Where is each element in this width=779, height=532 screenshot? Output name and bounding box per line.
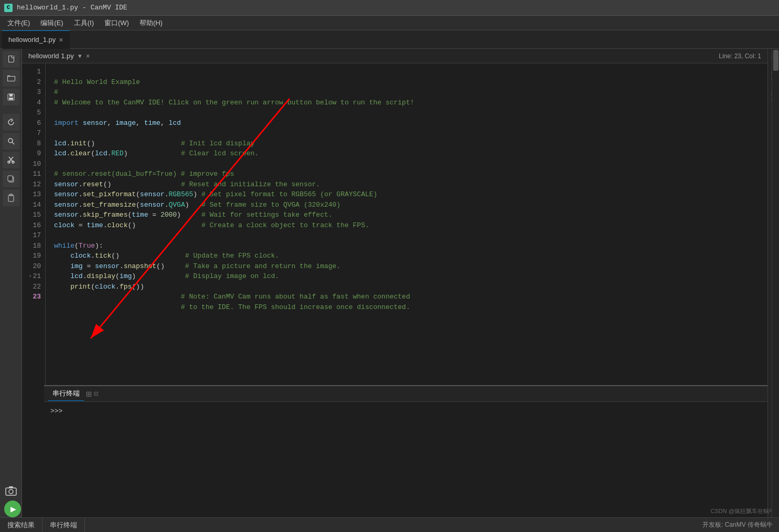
terminal-content[interactable]: >>> [44,402,767,532]
svg-rect-8 [7,81,15,81]
svg-rect-26 [6,488,16,495]
menu-help[interactable]: 帮助(H) [134,17,168,29]
editor-container: helloworld 1.py ▾ × Line: 23, Col: 1 1 2… [22,49,767,532]
left-toolbar [0,49,22,532]
toolbar-new-file[interactable] [3,51,19,68]
close-editor-btn[interactable]: × [86,52,90,60]
watermark: CSDN @疯狂飘车在蜗牛 [711,507,775,515]
window-title: helloworld_1.py - CanMV IDE [17,4,127,12]
toolbar-save-file[interactable] [3,89,19,105]
svg-rect-5 [12,58,14,58]
toolbar-copy[interactable] [3,171,19,187]
menu-bar: 文件(E) 编辑(E) 工具(I) 窗口(W) 帮助(H) [0,16,779,30]
svg-line-15 [12,142,14,144]
svg-rect-7 [7,76,8,81]
menu-edit[interactable]: 编辑(E) [35,17,68,29]
menu-tools[interactable]: 工具(I) [69,17,99,29]
svg-rect-4 [12,56,12,58]
line-col-status: Line: 23, Col: 1 [719,52,761,60]
vertical-scrollbar[interactable] [772,49,779,517]
terminal-icon1[interactable]: ⊞ [86,388,92,400]
terminal-prompt: >>> [50,407,62,415]
code-editor[interactable]: 1 2 3 4 5 6 7 8 9 10 11 12 13 14 15 16 1… [22,63,767,385]
scrollbar-thumb[interactable] [773,50,778,71]
bottom-panel: 串行终端 ⊞ ⊡ ∧ >>> [44,385,767,532]
toolbar-open-file[interactable] [3,70,19,87]
svg-rect-22 [8,195,14,201]
bottom-panel-tabs: 串行终端 ⊞ ⊡ ∧ [44,386,767,402]
app-icon: C [4,4,13,12]
menu-file[interactable]: 文件(E) [2,17,35,29]
svg-rect-6 [7,76,15,77]
code-content[interactable]: # Hello World Example # # Welcome to the… [46,63,767,385]
run-button[interactable] [4,501,21,517]
svg-rect-13 [9,98,13,100]
svg-rect-28 [9,486,13,488]
svg-point-27 [9,490,13,494]
toolbar-paste[interactable] [3,189,19,206]
toolbar-cut[interactable] [3,152,19,168]
main-layout: helloworld 1.py ▾ × Line: 23, Col: 1 1 2… [0,49,779,532]
svg-rect-9 [15,76,15,81]
footer-tab-search[interactable]: 搜索结果 [0,518,42,532]
editor-tab-helloworld[interactable]: helloworld_1.py × [2,30,70,49]
tab-close-button[interactable]: × [59,36,63,44]
tab-filename: helloworld_1.py [8,36,56,44]
menu-window[interactable]: 窗口(W) [99,17,134,29]
svg-rect-3 [14,56,14,62]
tab-bar: helloworld_1.py × [0,30,779,49]
line-numbers: 1 2 3 4 5 6 7 8 9 10 11 12 13 14 15 16 1… [22,63,46,385]
editor-filename: helloworld 1.py ▾ × [28,52,90,60]
footer-bar: 搜索结果 串行终端 开发板: CanMV 传奇蜗牛 [0,517,779,532]
svg-rect-1 [8,56,9,62]
toolbar-zoom[interactable] [3,133,19,150]
title-bar: C helloworld_1.py - CanMV IDE [0,0,779,16]
svg-rect-10 [7,76,10,76]
terminal-tab[interactable]: 串行终端 [48,387,84,401]
footer-right-text: 开发板: CanMV 传奇蜗牛 [702,520,779,529]
toolbar-rotate[interactable] [3,114,19,131]
footer-tab-terminal[interactable]: 串行终端 [42,518,85,532]
svg-rect-2 [8,62,14,62]
device-icon[interactable] [5,485,17,499]
code-header: helloworld 1.py ▾ × Line: 23, Col: 1 [22,49,767,63]
svg-rect-21 [8,176,13,181]
terminal-icon2[interactable]: ⊡ [94,389,98,398]
svg-point-14 [8,139,13,143]
svg-rect-12 [9,94,13,97]
